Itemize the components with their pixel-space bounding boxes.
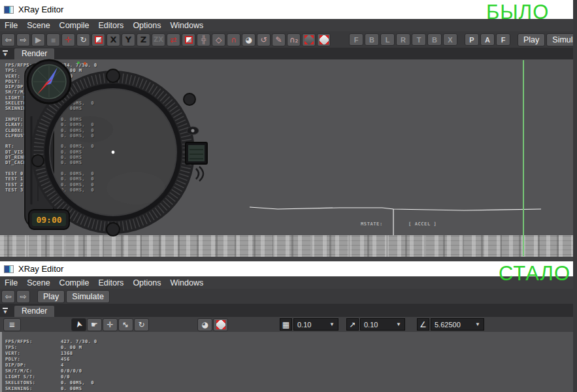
stats-value: 456 [61, 357, 70, 363]
axis-x-button[interactable]: X [107, 33, 120, 46]
menu-item[interactable]: File [0, 21, 22, 30]
scale-step-select[interactable]: 0.10 ▼ [360, 318, 405, 331]
rotate-sphere-button[interactable]: ◕ [197, 318, 212, 331]
engine-stats-overlay: FPS/RFPS: 427. 7/30. 0 TPS: 0. 00 M VERT… [5, 339, 97, 392]
menu-item[interactable]: Compile [55, 21, 94, 30]
grid-snap-button[interactable]: ╬ [197, 33, 210, 46]
mstate-value: [ ACCEL ] [408, 221, 437, 227]
toolbar-icon: ∩₂ [289, 36, 299, 44]
stats-row: SH/T/M/C: 0/0/0/0 [5, 368, 97, 374]
grid-step-select[interactable]: 0.10 ▼ [293, 318, 338, 331]
mirror-button[interactable]: ⇄ [167, 33, 180, 46]
xray-editor-window-after: XRay Editor FileSceneCompileEditorsOptio… [0, 261, 577, 392]
stats-row: SKINNING: 0. 00MS [5, 386, 97, 392]
tab-render[interactable]: Render [14, 306, 54, 317]
stats-label: FPS/RFPS: [5, 339, 61, 345]
back-button[interactable]: ⇦ [1, 290, 15, 303]
player-position-dot [112, 151, 115, 154]
toolbar-icon: Z [140, 35, 146, 44]
play-button[interactable]: Play [37, 290, 65, 303]
selection-cube-button[interactable] [213, 318, 228, 331]
menu-item[interactable]: File [0, 278, 22, 287]
rotate-tool-button[interactable]: ↻ [134, 318, 149, 331]
simulate-button[interactable]: Simulate [546, 33, 577, 46]
draw-snap-button[interactable]: ✎ [272, 33, 286, 46]
menu-toggle-button[interactable]: ≡ [3, 318, 21, 331]
menu-item[interactable]: Editors [93, 21, 128, 30]
simulate-button[interactable]: Simulate [66, 290, 110, 303]
view-letter-button[interactable]: L [380, 33, 395, 46]
rotate-sphere-button[interactable]: ◕ [242, 33, 256, 46]
toolbar-icon: ◕ [245, 36, 252, 44]
orbit-button[interactable]: ↺ [257, 33, 271, 46]
move-tool-button[interactable]: ✛ [103, 318, 118, 331]
tab-dropdown-icon[interactable]: ▼ [3, 308, 8, 315]
stats-value: 0. 00 M [61, 345, 82, 351]
xray-editor-window-before: XRay Editor FileSceneCompileEditorsOptio… [0, 0, 577, 261]
reset-rotation-button[interactable]: ↻ [76, 33, 90, 46]
menu-item[interactable]: Editors [93, 278, 128, 287]
magnet-secondary-button[interactable]: ∩₂ [287, 33, 301, 46]
axis-zx-button[interactable]: ZX [152, 33, 165, 46]
stop-button[interactable]: ▪ [46, 33, 60, 46]
back-button[interactable]: ⇦ [1, 33, 15, 46]
menu-item[interactable]: Windows [165, 21, 208, 30]
view-letter-button[interactable]: X [443, 33, 457, 46]
toolbar-icon: ↺ [260, 36, 267, 44]
menu-item[interactable]: Windows [165, 278, 208, 287]
terrain-edge [0, 257, 577, 261]
forward-button[interactable]: ⇨ [16, 290, 30, 303]
snap-move-button[interactable]: ◇ [212, 33, 225, 46]
window-title: XRay Editor [18, 5, 63, 14]
window-title: XRay Editor [18, 264, 63, 274]
projection-letter-button[interactable]: P [465, 33, 479, 46]
tool-icon: ✛ [107, 321, 113, 329]
select-tool-button[interactable]: ➤ [71, 318, 86, 331]
stats-row: POLY: 456 [5, 357, 97, 363]
menu-item[interactable]: Scene [22, 278, 54, 287]
viewport-left-edge [0, 332, 2, 392]
preview-play-button[interactable]: ▶ [31, 33, 45, 46]
menu-item[interactable]: Scene [22, 21, 54, 30]
mstate-label: MSTATE: [361, 221, 383, 227]
scale-object-button[interactable] [91, 33, 105, 46]
pan-tool-button[interactable]: ☛ [87, 318, 102, 331]
menu-item[interactable]: Options [128, 21, 165, 30]
stats-row: SKELETONS: 0. 00MS, 0 [5, 380, 97, 386]
scale-tool-button[interactable]: ↔ [118, 318, 133, 331]
snap-settings-group: ▦ 0.10 ▼ ↗ 0.10 ▼ ∠ 5.62500 ▼ [280, 318, 484, 331]
transform-tool-group: ➤ ☛ ✛ ↔ ↻ [71, 318, 149, 331]
play-button[interactable]: Play [518, 33, 545, 46]
grid-axis-line [523, 60, 524, 256]
stats-row: VERT: 1368 [5, 351, 97, 357]
view-letter-button[interactable]: B [365, 33, 379, 46]
menu-bar: FileSceneCompileEditorsOptionsWindows [0, 276, 577, 289]
scale-volume-button[interactable] [182, 33, 195, 46]
toolbar-icon: ✛ [65, 36, 71, 44]
axis-z-button[interactable]: Z [137, 33, 150, 46]
occluder-cube-button[interactable] [302, 33, 316, 46]
stats-value: 1368 [61, 351, 73, 357]
stats-label: POLY: [5, 357, 61, 363]
title-bar: XRay Editor [0, 261, 577, 276]
view-letter-button[interactable]: F [349, 33, 363, 46]
stats-value: 0. 00MS, 0 [61, 380, 94, 386]
menu-item[interactable]: Compile [55, 278, 94, 287]
projection-letter-button[interactable]: A [480, 33, 495, 46]
stats-value: 427. 7/30. 0 [61, 339, 97, 345]
view-letter-button[interactable]: R [396, 33, 410, 46]
forward-button[interactable]: ⇨ [16, 33, 30, 46]
angle-step-select[interactable]: 5.62500 ▼ [431, 318, 484, 331]
snap-magnet-button[interactable]: ∩ [227, 33, 240, 46]
projection-letter-button[interactable]: F [496, 33, 510, 46]
axis-y-button[interactable]: Y [122, 33, 135, 46]
tab-dropdown-icon[interactable]: ▼ [3, 50, 8, 57]
grid-step-value: 0.10 [297, 321, 311, 329]
view-letter-button[interactable]: B [427, 33, 442, 46]
stats-label: VERT: [5, 351, 61, 357]
selection-cube-button[interactable] [317, 33, 331, 46]
view-letter-button[interactable]: T [412, 33, 426, 46]
nav-button-group: ⇦ ⇨ [1, 290, 30, 303]
menu-item[interactable]: Options [128, 278, 165, 287]
focus-target-button[interactable]: ✛ [61, 33, 75, 46]
